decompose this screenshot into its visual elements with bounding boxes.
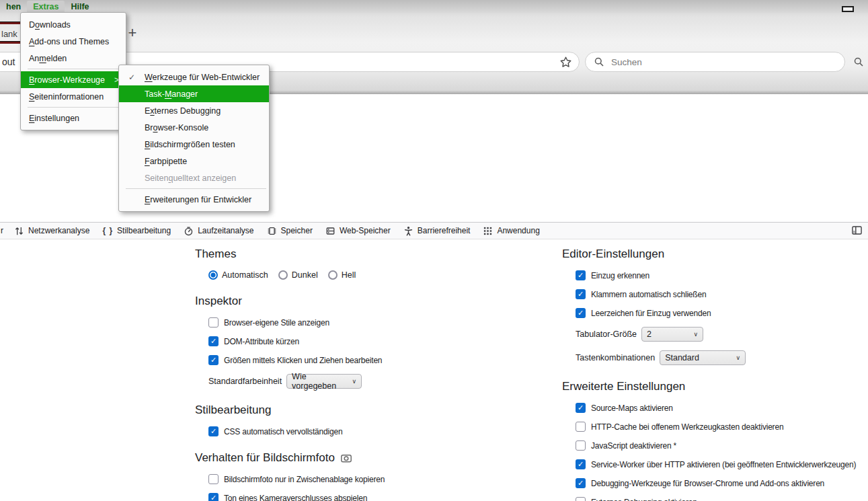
radio-selected-icon (208, 270, 218, 280)
section-heading: Inspektor (195, 295, 551, 308)
section-heading: Erweiterte Einstellungen (562, 380, 868, 393)
browser-tab[interactable]: lank (1, 29, 17, 39)
section-heading: Themes (195, 247, 551, 261)
checkbox-checked-icon: ✓ (208, 355, 219, 365)
section-heading-text: Verhalten für Bildschirmfoto (195, 451, 335, 465)
gauge-icon (184, 226, 194, 236)
devtools-tab-speicher[interactable]: Speicher (267, 226, 313, 236)
checkbox-row-service-worker-über-http-aktivieren-bei-geöffneten-entwicklerwerkzeugen[interactable]: ✓Service-Worker über HTTP aktivieren (be… (576, 459, 868, 469)
menu-separator (28, 69, 123, 69)
checkbox-label: Klammern automatisch schließen (591, 290, 706, 299)
minimize-button[interactable] (842, 6, 854, 12)
devtools-toolbar: r Netzwerkanalyse{ }StilbearbeitungLaufz… (0, 222, 868, 239)
menu-item-label: Seitenquelltext anzeigen (145, 174, 260, 183)
checkbox-row-leerzeichen-für-einzug-verwenden[interactable]: ✓Leerzeichen für Einzug verwenden (576, 308, 868, 318)
checkbox-row-http-cache-bei-offenem-werkzeugkasten-deaktivieren[interactable]: HTTP-Cache bei offenem Werkzeugkasten de… (576, 422, 868, 432)
devtools-tab-label: Stilbearbeitung (117, 226, 171, 235)
toolbar-search-icon[interactable] (852, 55, 865, 68)
checkbox-label: Ton eines Kameraverschlusses abspielen (224, 494, 367, 501)
checkbox-row-dom-attribute-kürzen[interactable]: ✓DOM-Attribute kürzen (208, 336, 551, 346)
browser-tools-submenu: ✓Werkzeuge für Web-EntwicklerTask-Manage… (118, 65, 270, 212)
checkbox-row-klammern-automatisch-schließen[interactable]: ✓Klammern automatisch schließen (576, 289, 868, 299)
bookmark-star-icon[interactable] (559, 55, 572, 69)
select-tabulator-größe[interactable]: 2∨ (641, 327, 703, 342)
checkbox-row-ton-eines-kameraverschlusses-abspielen[interactable]: ✓Ton eines Kameraverschlusses abspielen (208, 493, 551, 501)
menu-item-label: Bildschirmgrößen testen (145, 140, 260, 149)
menu-item-seitenquelltext-anzeigen: Seitenquelltext anzeigen (119, 169, 269, 186)
menu-item-browser-werkzeuge[interactable]: Browser-Werkzeuge> (21, 71, 126, 88)
settings-column-right: Editor-Einstellungen✓Einzug erkennen✓Kla… (562, 240, 868, 501)
devtools-tab-laufzeitanalyse[interactable]: Laufzeitanalyse (184, 226, 253, 236)
chevron-down-icon: ∨ (352, 378, 357, 385)
dock-side-icon[interactable] (851, 225, 863, 236)
menubar-item-hen[interactable]: hen (0, 1, 27, 13)
search-icon (594, 56, 604, 67)
accessibility-icon (403, 226, 413, 236)
checkbox-row-bildschirmfoto-nur-in-zwischenablage-kopieren[interactable]: Bildschirmfoto nur in Zwischenablage kop… (208, 474, 551, 484)
checkbox-row-debugging-werkzeuge-für-browser-chrome-und-add-ons-aktivieren[interactable]: ✓Debugging-Werkzeuge für Browser-Chrome … (576, 478, 868, 488)
checkbox-row-source-maps-aktivieren[interactable]: ✓Source-Maps aktivieren (576, 403, 868, 413)
menu-item-externes-debugging[interactable]: Externes Debugging (119, 102, 269, 119)
radio-option-dunkel[interactable]: Dunkel (278, 270, 318, 280)
section-heading-text: Stilbearbeitung (195, 403, 271, 417)
devtools-tab-partial[interactable]: r (1, 226, 3, 235)
settings-section-editor-einstellungen: Editor-Einstellungen✓Einzug erkennen✓Kla… (562, 247, 868, 365)
menu-item-werkzeuge-für-web-entwickler[interactable]: ✓Werkzeuge für Web-Entwickler (119, 69, 269, 85)
settings-section-erweiterte-einstellungen: Erweiterte Einstellungen✓Source-Maps akt… (562, 380, 868, 501)
settings-section-stilbearbeitung: Stilbearbeitung✓CSS automatisch vervolls… (195, 403, 551, 436)
menu-item-erweiterungen-für-entwickler[interactable]: Erweiterungen für Entwickler (119, 191, 269, 208)
checkbox-label: HTTP-Cache bei offenem Werkzeugkasten de… (591, 422, 783, 432)
menu-item-label: Einstellungen (29, 114, 119, 123)
storage-icon (325, 226, 336, 236)
section-heading-text: Erweiterte Einstellungen (562, 380, 685, 393)
section-heading-text: Inspektor (195, 295, 242, 308)
radio-option-hell[interactable]: Hell (328, 270, 356, 280)
checkbox-row-einzug-erkennen[interactable]: ✓Einzug erkennen (576, 270, 868, 280)
menu-item-label: Werkzeuge für Web-Entwickler (145, 73, 260, 82)
devtools-tab-netzwerkanalyse[interactable]: Netzwerkanalyse (14, 226, 89, 236)
braces-icon: { } (102, 226, 113, 235)
search-bar[interactable] (585, 52, 845, 72)
menu-item-label: Browser-Werkzeuge (29, 75, 105, 85)
menu-item-label: Externes Debugging (145, 106, 260, 116)
checkbox-row-javascript-deaktivieren[interactable]: JavaScript deaktivieren * (576, 440, 868, 451)
checkbox-checked-icon: ✓ (208, 426, 219, 436)
devtools-tab-anwendung[interactable]: Anwendung (483, 226, 539, 236)
menu-item-downloads[interactable]: Downloads (21, 16, 126, 33)
menu-item-anmelden[interactable]: Anmelden (21, 50, 126, 67)
devtools-tab-label: Laufzeitanalyse (198, 226, 253, 235)
menu-item-task-manager[interactable]: Task-Manager (119, 85, 269, 102)
checkbox-unchecked-icon (576, 497, 586, 501)
checkbox-row-css-automatisch-vervollständigen[interactable]: ✓CSS automatisch vervollständigen (208, 426, 551, 436)
checkbox-row-browser-eigene-stile-anzeigen[interactable]: Browser-eigene Stile anzeigen (208, 317, 551, 327)
select-tastenkombinationen[interactable]: Standard∨ (660, 350, 746, 365)
menu-item-label: Downloads (29, 20, 119, 30)
checkbox-row-externes-debugging-aktivieren[interactable]: Externes Debugging aktivieren (576, 497, 868, 501)
radio-option-automatisch[interactable]: Automatisch (208, 270, 268, 280)
menu-item-farbpipette[interactable]: Farbpipette (119, 153, 269, 169)
search-input[interactable] (610, 56, 844, 68)
select-value: Standard (665, 353, 699, 362)
devtools-tab-stilbearbeitung[interactable]: { }Stilbearbeitung (102, 226, 171, 235)
menu-item-label: Add-ons und Themes (29, 37, 119, 46)
menu-item-browser-konsole[interactable]: Browser-Konsole (119, 119, 269, 136)
section-heading: Editor-Einstellungen (562, 247, 868, 261)
extras-menu: DownloadsAdd-ons und ThemesAnmeldenBrows… (20, 12, 126, 130)
devtools-tab-label: Speicher (281, 226, 313, 235)
menubar-item-extras[interactable]: Extras (27, 1, 65, 13)
menu-item-seiteninformationen[interactable]: Seiteninformationen (21, 88, 126, 105)
chevron-down-icon: ∨ (736, 354, 741, 361)
checkbox-label: JavaScript deaktivieren * (591, 441, 676, 451)
menu-item-add-ons-und-themes[interactable]: Add-ons und Themes (21, 33, 126, 50)
checkbox-row-größen-mittels-klicken-und-ziehen-bearbeiten[interactable]: ✓Größen mittels Klicken und Ziehen bearb… (208, 355, 551, 365)
select-standardfarbeinheit[interactable]: Wie vorgegeben∨ (286, 374, 362, 389)
menu-item-einstellungen[interactable]: Einstellungen (21, 110, 126, 126)
menu-separator (28, 107, 123, 108)
checkbox-checked-icon: ✓ (576, 308, 586, 318)
menu-item-bildschirmgrößen-testen[interactable]: Bildschirmgrößen testen (119, 136, 269, 153)
devtools-tab-web-speicher[interactable]: Web-Speicher (325, 226, 391, 236)
menubar-item-hilfe[interactable]: Hilfe (65, 1, 95, 13)
checkbox-checked-icon: ✓ (576, 289, 586, 299)
section-heading-text: Editor-Einstellungen (562, 247, 664, 261)
devtools-tab-barrierefreiheit[interactable]: Barrierefreiheit (403, 226, 471, 236)
